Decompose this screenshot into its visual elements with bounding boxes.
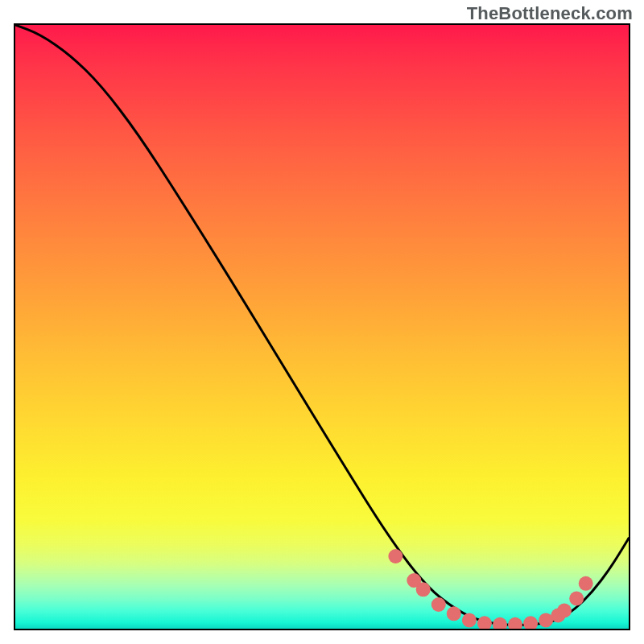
highlight-dot [539,613,553,628]
chart-stage: TheBottleneck.com [0,0,644,644]
highlight-dot [477,616,492,629]
bottleneck-curve [15,25,629,625]
watermark-text: TheBottleneck.com [467,3,633,24]
highlight-dot [569,592,584,606]
highlight-dot [447,606,461,621]
highlight-dot [579,576,593,591]
highlight-dot [431,597,446,612]
highlight-dot [388,549,402,564]
highlight-dots [388,549,592,629]
highlight-dot [416,582,431,597]
highlight-dot [508,617,522,629]
highlight-dot [493,617,507,629]
highlight-dot [557,604,572,618]
highlight-dot [462,613,477,628]
chart-svg [15,25,629,629]
plot-area [14,23,630,630]
highlight-dot [523,616,538,629]
